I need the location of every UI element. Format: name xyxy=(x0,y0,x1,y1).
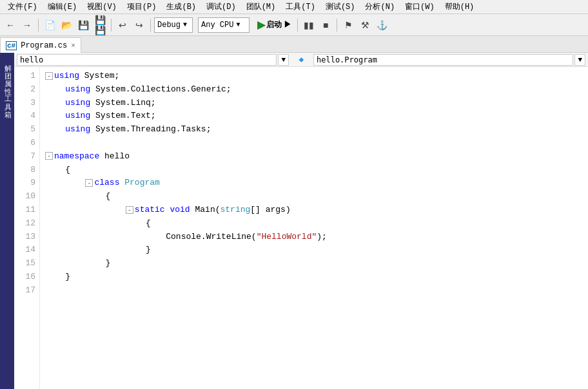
toolbar-sep5 xyxy=(337,19,337,32)
toolbar-stop-btn[interactable]: ■ xyxy=(318,17,333,33)
tab-cs-icon: c# xyxy=(6,41,17,50)
toolbar-open-btn[interactable]: 📂 xyxy=(59,17,74,33)
toolbar-back-btn[interactable]: ← xyxy=(3,17,18,33)
toolbar: ← → 📄 📂 💾 💾💾 ↩ ↪ Debug ▼ Any CPU ▼ ▶ 启动 … xyxy=(0,14,588,36)
sidebar-icon-7[interactable]: 箱 xyxy=(1,102,14,109)
menu-tools[interactable]: 工具(T) xyxy=(280,0,320,14)
toolbar-sep3 xyxy=(150,19,151,32)
fold-btn-namespace[interactable]: - xyxy=(45,152,53,160)
nav-right-arrow[interactable]: ▼ xyxy=(574,54,585,66)
nav-left-input[interactable] xyxy=(17,54,277,66)
menu-bar: 文件(F) 编辑(E) 视图(V) 项目(P) 生成(B) 调试(D) 团队(M… xyxy=(0,0,588,14)
main-area: 解 团 属 性 工 具 箱 ▼ 🔹 ▼ 1 2 3 4 5 6 7 8 xyxy=(0,53,588,389)
debug-config-arrow: ▼ xyxy=(183,21,187,28)
toolbar-sep4 xyxy=(297,19,298,32)
toolbar-pause-btn[interactable]: ▮▮ xyxy=(301,17,317,33)
tab-close-btn[interactable]: × xyxy=(71,42,75,50)
tab-program-cs[interactable]: c# Program.cs × xyxy=(0,37,81,53)
toolbar-bookmark-btn[interactable]: ⚑ xyxy=(340,17,356,33)
tab-bar: c# Program.cs × xyxy=(0,36,588,53)
sidebar-icon-6[interactable]: 具 xyxy=(1,94,14,102)
run-icon: ▶ xyxy=(257,19,265,31)
sidebar-icon-2[interactable]: 团 xyxy=(1,63,14,71)
menu-test[interactable]: 测试(S) xyxy=(320,0,360,14)
fold-btn-main[interactable]: - xyxy=(126,206,133,214)
toolbar-saveall-btn[interactable]: 💾💾 xyxy=(92,17,108,33)
menu-file[interactable]: 文件(F) xyxy=(3,0,43,14)
nav-sep-icon: 🔹 xyxy=(294,53,308,67)
menu-view[interactable]: 视图(V) xyxy=(82,0,122,14)
toolbar-sep1 xyxy=(38,19,39,32)
tab-filename: Program.cs xyxy=(21,41,67,50)
cpu-config-dropdown[interactable]: Any CPU ▼ xyxy=(198,17,250,33)
menu-analyze[interactable]: 分析(N) xyxy=(360,0,400,14)
menu-debug[interactable]: 调试(D) xyxy=(201,0,241,14)
nav-right-input[interactable] xyxy=(313,54,573,66)
fold-btn-1[interactable]: - xyxy=(45,72,53,80)
line-numbers: 1 2 3 4 5 6 7 8 9 10 11 12 13 14 15 16 1… xyxy=(14,67,40,389)
sidebar-icon-4[interactable]: 性 xyxy=(1,79,14,86)
toolbar-bookmark3-btn[interactable]: ⚓ xyxy=(374,17,389,33)
code-editor[interactable]: 1 2 3 4 5 6 7 8 9 10 11 12 13 14 15 16 1… xyxy=(14,67,588,389)
code-content[interactable]: -using System; using System.Collections.… xyxy=(40,67,588,389)
menu-window[interactable]: 窗口(W) xyxy=(400,0,440,14)
cpu-config-arrow: ▼ xyxy=(236,21,240,28)
toolbar-forward-btn[interactable]: → xyxy=(19,17,35,33)
toolbar-undo-btn[interactable]: ↩ xyxy=(115,17,130,33)
toolbar-sep2 xyxy=(111,19,112,32)
menu-team[interactable]: 团队(M) xyxy=(241,0,281,14)
toolbar-bookmark2-btn[interactable]: ⚒ xyxy=(357,17,373,33)
nav-left-arrow[interactable]: ▼ xyxy=(278,54,289,66)
sidebar-icon-1[interactable]: 解 xyxy=(1,55,14,63)
debug-config-dropdown[interactable]: Debug ▼ xyxy=(154,17,193,33)
sidebar-icon-5[interactable]: 工 xyxy=(1,86,14,94)
menu-edit[interactable]: 编辑(E) xyxy=(43,0,83,14)
run-button[interactable]: ▶ 启动 ▶ xyxy=(255,17,294,32)
sidebar: 解 团 属 性 工 具 箱 xyxy=(0,53,14,389)
nav-strip: ▼ 🔹 ▼ xyxy=(14,53,588,67)
sidebar-icon-3[interactable]: 属 xyxy=(1,71,14,79)
menu-project[interactable]: 项目(P) xyxy=(122,0,162,14)
menu-help[interactable]: 帮助(H) xyxy=(440,0,480,14)
toolbar-redo-btn[interactable]: ↪ xyxy=(132,17,147,33)
toolbar-new-btn[interactable]: 📄 xyxy=(42,17,57,33)
fold-btn-class[interactable]: - xyxy=(85,179,93,187)
run-label: 启动 ▶ xyxy=(266,19,291,30)
menu-build[interactable]: 生成(B) xyxy=(161,0,201,14)
nav-editor-area: ▼ 🔹 ▼ 1 2 3 4 5 6 7 8 9 10 11 12 13 14 xyxy=(14,53,588,389)
toolbar-save-btn[interactable]: 💾 xyxy=(75,17,91,33)
